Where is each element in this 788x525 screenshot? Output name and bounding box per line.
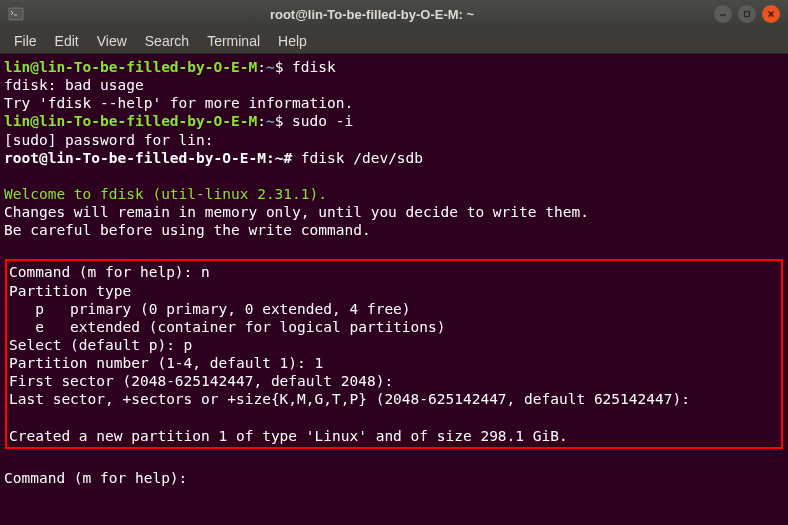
maximize-button[interactable] bbox=[738, 5, 756, 23]
terminal-line: Partition number (1-4, default 1): 1 bbox=[9, 354, 779, 372]
terminal-line: Command (m for help): bbox=[4, 469, 784, 487]
command-text: fdisk /dev/sdb bbox=[292, 150, 423, 166]
root-prompt: root@lin-To-be-filled-by-O-E-M bbox=[4, 150, 266, 166]
menu-search[interactable]: Search bbox=[137, 30, 197, 52]
terminal-line: Last sector, +sectors or +size{K,M,G,T,P… bbox=[9, 390, 779, 408]
terminal-line: Be careful before using the write comman… bbox=[4, 221, 784, 239]
close-button[interactable] bbox=[762, 5, 780, 23]
terminal-line: Try 'fdisk --help' for more information. bbox=[4, 94, 784, 112]
terminal-line: root@lin-To-be-filled-by-O-E-M:~# fdisk … bbox=[4, 149, 784, 167]
terminal-line: Command (m for help): n bbox=[9, 263, 779, 281]
terminal-line: First sector (2048-625142447, default 20… bbox=[9, 372, 779, 390]
terminal-line: Partition type bbox=[9, 282, 779, 300]
titlebar: root@lin-To-be-filled-by-O-E-M: ~ bbox=[0, 0, 788, 28]
svg-rect-0 bbox=[9, 8, 23, 20]
highlighted-section: Command (m for help): n Partition type p… bbox=[5, 259, 783, 448]
terminal-line: Welcome to fdisk (util-linux 2.31.1). bbox=[4, 185, 784, 203]
terminal-line bbox=[4, 451, 784, 469]
minimize-button[interactable] bbox=[714, 5, 732, 23]
terminal-line: lin@lin-To-be-filled-by-O-E-M:~$ sudo -i bbox=[4, 112, 784, 130]
terminal-line: Select (default p): p bbox=[9, 336, 779, 354]
terminal-icon bbox=[8, 6, 24, 22]
terminal-line bbox=[9, 408, 779, 426]
terminal-line: Created a new partition 1 of type 'Linux… bbox=[9, 427, 779, 445]
menu-terminal[interactable]: Terminal bbox=[199, 30, 268, 52]
command-text: fdisk bbox=[283, 59, 335, 75]
terminal-line: [sudo] password for lin: bbox=[4, 131, 784, 149]
window-controls bbox=[714, 5, 780, 23]
menubar: File Edit View Search Terminal Help bbox=[0, 28, 788, 54]
menu-file[interactable]: File bbox=[6, 30, 45, 52]
user-prompt: lin@lin-To-be-filled-by-O-E-M bbox=[4, 113, 257, 129]
terminal-line: e extended (container for logical partit… bbox=[9, 318, 779, 336]
window-title: root@lin-To-be-filled-by-O-E-M: ~ bbox=[30, 7, 714, 22]
menu-view[interactable]: View bbox=[89, 30, 135, 52]
command-text: sudo -i bbox=[283, 113, 353, 129]
terminal-area[interactable]: lin@lin-To-be-filled-by-O-E-M:~$ fdisk f… bbox=[0, 54, 788, 491]
terminal-line bbox=[4, 167, 784, 185]
terminal-line: Changes will remain in memory only, unti… bbox=[4, 203, 784, 221]
user-prompt: lin@lin-To-be-filled-by-O-E-M bbox=[4, 59, 257, 75]
svg-rect-3 bbox=[745, 12, 750, 17]
terminal-line bbox=[4, 239, 784, 257]
prompt-path: ~ bbox=[266, 113, 275, 129]
terminal-line: lin@lin-To-be-filled-by-O-E-M:~$ fdisk bbox=[4, 58, 784, 76]
terminal-line: p primary (0 primary, 0 extended, 4 free… bbox=[9, 300, 779, 318]
menu-help[interactable]: Help bbox=[270, 30, 315, 52]
menu-edit[interactable]: Edit bbox=[47, 30, 87, 52]
terminal-line: fdisk: bad usage bbox=[4, 76, 784, 94]
prompt-path: ~ bbox=[266, 59, 275, 75]
